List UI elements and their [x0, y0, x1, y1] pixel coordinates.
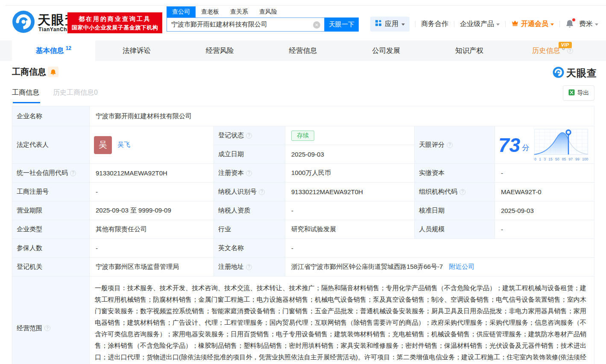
reg-capital-label: 注册资本 [214, 164, 285, 183]
org-code-value: MAEWA92T-0 [495, 183, 594, 201]
label-text: 组织机构代码 [419, 188, 457, 196]
label-text: 经营范围 [17, 324, 42, 332]
crown-icon [511, 20, 519, 28]
divider [559, 21, 560, 27]
export-label: 导出 [577, 89, 589, 97]
table-row: 法定代表人 吴 吴飞 登记状态 存续 天眼评分 73 分 [12, 126, 594, 145]
tab-label: 知识产权 [455, 46, 483, 55]
industry-value: 研究和试验发展 [285, 220, 415, 239]
tab-legal[interactable]: 法律诉讼 [95, 41, 179, 61]
help-icon[interactable] [246, 133, 252, 139]
reg-status-label: 登记状态 [214, 126, 285, 145]
table-row: 营业期限 2025-09-03 至 9999-09-09 纳税人资质 - 核准日… [12, 201, 594, 220]
help-icon[interactable] [246, 264, 252, 270]
search-tab-risk[interactable]: 查风险 [254, 6, 283, 17]
label-text: 纳税人识别号 [218, 188, 257, 196]
score-cell: 73 分 [495, 126, 594, 164]
user-menu[interactable]: 费米 [579, 20, 598, 29]
business-scope-label: 经营范围 [12, 277, 90, 364]
taxpayer-quality-value: - [285, 201, 415, 220]
business-scope-value: 一般项目：技术服务、技术开发、技术咨询、技术交流、技术转让、技术推广；隔热和隔音… [90, 277, 594, 364]
table-row: 工商注册号 - 纳税人识别号 91330212MAEWA92T0H 组织机构代码… [12, 183, 594, 201]
business-term-label: 营业期限 [12, 201, 90, 220]
address-text: 浙江省宁波市鄞州区钟公庙街道贸城西路158弄66号-7 [291, 263, 443, 270]
help-icon[interactable] [246, 170, 252, 176]
nearby-companies-link[interactable]: 附近公司 [449, 263, 474, 270]
help-icon[interactable] [70, 170, 76, 176]
menu-vip[interactable]: 开通会员 [511, 20, 554, 29]
subtab-business-info[interactable]: 工商信息 [12, 88, 39, 103]
help-icon[interactable] [259, 189, 265, 195]
company-nav-bar: 基本信息 12 法律诉讼 经营风险 经营信息 公司发展 知识产权 历史信息 6 … [0, 41, 606, 61]
tab-history-info[interactable]: 历史信息 6 VIP [511, 41, 594, 61]
table-row: 参保人数 - 英文名称 - [12, 239, 594, 258]
tab-label: 法律诉讼 [123, 46, 151, 55]
apps-label: 应用 [385, 20, 398, 29]
search-tab-company[interactable]: 查公司 [167, 6, 196, 17]
apps-button[interactable]: 应用 [370, 17, 410, 32]
tab-label: 公司发展 [372, 46, 400, 55]
subscribe-bell-icon[interactable] [48, 67, 59, 77]
grid-icon [375, 20, 382, 28]
table-row: 登记机关 宁波市鄞州区市场监督管理局 注册地址 浙江省宁波市鄞州区钟公庙街道贸城… [12, 258, 594, 277]
company-type-value: 其他有限责任公司 [90, 220, 214, 239]
divider [454, 21, 454, 27]
tab-operating-info[interactable]: 经营信息 [261, 41, 345, 61]
menu-cooperation[interactable]: 商务合作 [421, 20, 448, 29]
brand-slogan-badge: 都在用的商业查询工具 国家中小企业发展子基金旗下机构 [67, 12, 162, 33]
label-text: 注册资本 [218, 169, 244, 177]
tab-label: 经营风险 [206, 46, 234, 55]
approval-date-value: 2025-09-03 [495, 201, 594, 220]
chevron-down-icon [401, 23, 405, 26]
reg-status-value: 存续 [285, 126, 415, 145]
search-tab-boss[interactable]: 查老板 [196, 6, 225, 17]
score-axis: 01 315 5085 9799 100 [534, 157, 588, 161]
reg-number-value: - [90, 183, 214, 201]
reg-authority-label: 登记机关 [12, 258, 90, 277]
search-button[interactable]: 天眼一下 [325, 17, 359, 32]
export-button[interactable]: 导出 [563, 85, 594, 101]
insured-count-value: - [90, 239, 214, 258]
tab-basic-info[interactable]: 基本信息 12 [12, 41, 95, 61]
score-label: 天眼评分 [415, 126, 495, 164]
divider [5, 5, 606, 6]
reg-capital-value: 1000万人民币 [285, 164, 415, 183]
tab-count: 12 [66, 45, 71, 51]
section-title: 工商信息 [12, 66, 46, 78]
tianyancha-logo-icon[interactable] [12, 10, 35, 33]
score-value[interactable]: 73 [498, 135, 520, 155]
legal-rep-link[interactable]: 吴飞 [117, 141, 130, 149]
search-tab-relation[interactable]: 查关系 [225, 6, 254, 17]
search-input[interactable] [167, 18, 308, 31]
chevron-down-icon [550, 23, 554, 26]
tab-operating-risk[interactable]: 经营风险 [178, 41, 261, 61]
org-code-label: 组织机构代码 [415, 183, 495, 201]
search-box [167, 17, 325, 32]
credit-code-label: 统一社会信用代码 [12, 164, 90, 183]
notification-bell-icon[interactable] [565, 19, 575, 29]
help-icon[interactable] [447, 142, 453, 148]
approval-date-label: 核准日期 [415, 201, 495, 220]
help-icon[interactable] [44, 325, 50, 331]
reg-number-label: 工商注册号 [12, 183, 90, 201]
score-distribution-chart[interactable]: 01 315 5085 9799 100 [534, 129, 589, 161]
tab-company-development[interactable]: 公司发展 [345, 41, 428, 61]
establish-date-value: 2025-09-03 [285, 145, 415, 164]
tab-intellectual-property[interactable]: 知识产权 [428, 41, 511, 61]
staff-size-label: 人员规模 [415, 220, 495, 239]
excel-icon [568, 89, 575, 97]
tab-label: 经营信息 [289, 46, 317, 55]
help-icon[interactable] [460, 189, 465, 195]
business-info-table: 企业名称 宁波市鄞开雨虹建材科技有限公司 法定代表人 吴 吴飞 登记状态 存续 … [12, 106, 594, 364]
vip-label: 开通会员 [521, 20, 548, 29]
enterprise-label: 企业级产品 [460, 20, 494, 29]
paid-capital-value: - [495, 164, 594, 183]
clear-icon[interactable] [313, 21, 320, 29]
subtab-history-business-info[interactable]: 历史工商信息0 [53, 88, 98, 103]
menu-enterprise[interactable]: 企业级产品 [460, 20, 500, 29]
avatar[interactable]: 吴 [94, 136, 112, 154]
insured-count-label: 参保人数 [12, 239, 90, 258]
watermark-logo: 天眼查 [553, 67, 597, 80]
company-name-label: 企业名称 [12, 106, 90, 126]
help-icon[interactable] [567, 48, 573, 54]
